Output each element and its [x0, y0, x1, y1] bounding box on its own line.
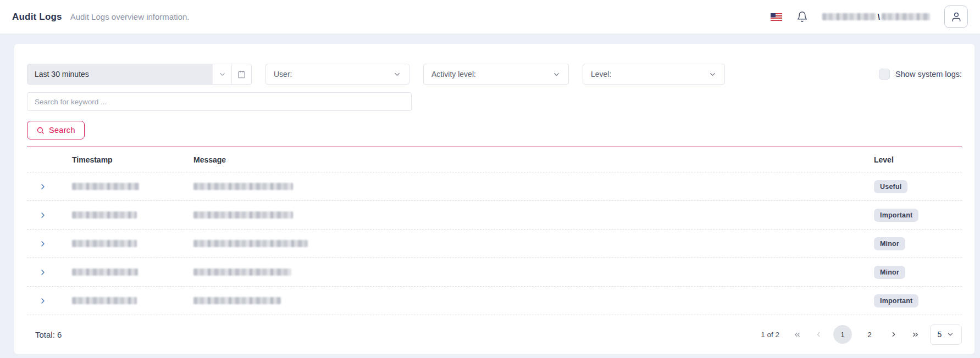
page-1-button[interactable]: 1 — [833, 325, 852, 344]
chevron-left-icon — [815, 331, 822, 338]
message-column-header: Message — [193, 155, 874, 164]
time-range-picker: Last 30 minutes — [27, 64, 252, 85]
timestamp-column-header: Timestamp — [72, 155, 193, 164]
redacted-timestamp-cell — [72, 268, 138, 276]
username-separator: \ — [878, 12, 880, 21]
redacted-message-cell — [193, 268, 291, 276]
level-column-header: Level — [874, 155, 962, 164]
keyword-search-input[interactable] — [27, 92, 412, 111]
table-footer: Total: 6 1 of 2 1 2 5 — [27, 315, 962, 354]
user-filter-label: User: — [274, 70, 292, 79]
redacted-username — [882, 13, 930, 20]
page-subtitle: Audit Logs overview information. — [70, 12, 190, 21]
level-badge: Important — [874, 209, 918, 222]
table-header-row: Timestamp Message Level — [27, 148, 962, 172]
table-row: Important — [27, 201, 962, 230]
user-filter-select[interactable]: User: — [265, 64, 409, 85]
top-header-bar: Audit Logs Audit Logs overview informati… — [0, 0, 980, 34]
calendar-icon — [237, 70, 246, 79]
level-filter-label: Level: — [591, 70, 611, 79]
expand-row-button[interactable] — [35, 264, 51, 281]
expand-row-button[interactable] — [35, 293, 51, 309]
level-badge: Useful — [874, 180, 907, 193]
page-size-select[interactable]: 5 — [930, 325, 962, 345]
show-system-logs-checkbox[interactable] — [879, 69, 890, 80]
redacted-timestamp-cell — [72, 211, 137, 219]
first-page-button[interactable] — [790, 328, 804, 341]
redacted-timestamp-cell — [72, 240, 137, 247]
previous-page-button[interactable] — [812, 328, 825, 341]
calendar-picker-button[interactable] — [231, 64, 251, 84]
redacted-timestamp-cell — [72, 183, 139, 190]
redacted-timestamp-cell — [72, 297, 137, 304]
time-range-value: Last 30 minutes — [35, 70, 89, 79]
activity-level-filter-label: Activity level: — [431, 70, 476, 79]
redacted-domain — [822, 13, 876, 20]
chevron-down-icon — [393, 70, 401, 79]
chevron-right-icon — [890, 331, 898, 338]
level-badge: Minor — [874, 266, 905, 279]
chevron-right-icon — [38, 268, 47, 277]
total-count: Total: 6 — [27, 330, 62, 339]
topbar-right-group: \ — [771, 5, 968, 28]
time-range-dropdown-toggle[interactable] — [213, 64, 231, 84]
page-title: Audit Logs — [12, 12, 62, 23]
table-body: Useful Important Minor Minor — [27, 172, 962, 315]
chevron-down-icon — [708, 70, 717, 79]
notifications-bell-icon[interactable] — [796, 11, 808, 23]
filter-bar: Last 30 minutes User: Activity level: Le… — [27, 64, 962, 85]
account-menu-button[interactable] — [944, 5, 968, 28]
level-badge: Minor — [874, 237, 905, 250]
expand-row-button[interactable] — [35, 236, 51, 252]
chevron-down-icon — [946, 331, 954, 338]
show-system-logs-group: Show system logs: — [879, 69, 962, 80]
redacted-message-cell — [193, 183, 293, 190]
user-icon — [951, 12, 962, 23]
redacted-message-cell — [193, 240, 308, 247]
table-row: Minor — [27, 230, 962, 258]
search-button-label: Search — [49, 126, 75, 135]
next-page-button[interactable] — [887, 328, 900, 341]
chevron-down-icon — [218, 70, 226, 79]
double-chevron-right-icon — [911, 331, 920, 339]
table-row: Minor — [27, 258, 962, 287]
chevron-right-icon — [38, 211, 47, 220]
page-2-button[interactable]: 2 — [860, 325, 879, 344]
level-filter-select[interactable]: Level: — [583, 64, 725, 85]
double-chevron-left-icon — [793, 331, 801, 339]
expand-row-button[interactable] — [35, 207, 51, 223]
chevron-right-icon — [38, 239, 47, 248]
chevron-right-icon — [38, 182, 47, 191]
pagination: 1 of 2 1 2 5 — [761, 325, 962, 345]
page-size-value: 5 — [938, 330, 942, 339]
redacted-message-cell — [193, 211, 293, 219]
table-top-divider — [27, 147, 962, 147]
search-button[interactable]: Search — [27, 121, 85, 139]
search-icon — [36, 126, 45, 135]
level-badge: Important — [874, 294, 918, 307]
show-system-logs-label: Show system logs: — [895, 70, 962, 79]
audit-logs-card: Last 30 minutes User: Activity level: Le… — [14, 44, 975, 354]
redacted-message-cell — [193, 297, 281, 304]
table-row: Important — [27, 287, 962, 315]
us-flag-icon[interactable] — [771, 13, 782, 21]
chevron-right-icon — [38, 297, 47, 305]
page-info: 1 of 2 — [761, 331, 779, 339]
table-row: Useful — [27, 172, 962, 201]
logged-in-username-redacted: \ — [822, 12, 930, 21]
chevron-down-icon — [552, 70, 561, 79]
last-page-button[interactable] — [909, 328, 922, 341]
activity-level-filter-select[interactable]: Activity level: — [423, 64, 569, 85]
time-range-select[interactable]: Last 30 minutes — [27, 64, 213, 84]
expand-row-button[interactable] — [35, 178, 51, 195]
